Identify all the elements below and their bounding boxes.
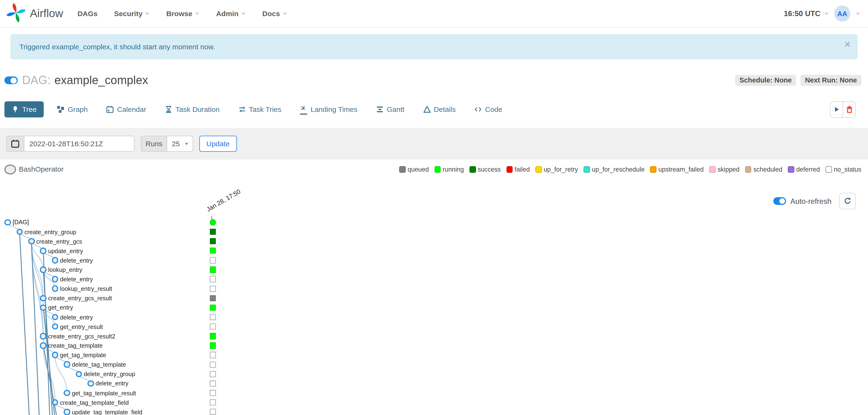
task-status-square-running[interactable]: [210, 343, 216, 349]
task-node-circle[interactable]: [52, 352, 58, 358]
task-status-square-running[interactable]: [210, 333, 216, 339]
legend-label: success: [478, 166, 501, 173]
task-node-circle[interactable]: [64, 390, 70, 396]
task-node-circle[interactable]: [40, 333, 46, 339]
update-button[interactable]: Update: [199, 136, 237, 152]
legend-swatch-icon: [584, 166, 590, 173]
task-node-circle[interactable]: [4, 219, 11, 226]
calendar-icon: [11, 140, 20, 148]
task-node-circle[interactable]: [52, 324, 58, 330]
task-node-circle[interactable]: [52, 257, 58, 264]
tab-label: Task Tries: [249, 105, 281, 114]
task-node-circle[interactable]: [40, 248, 46, 254]
tab-label: Graph: [68, 105, 88, 114]
dag-run-status-circle[interactable]: [210, 219, 216, 226]
autorefresh-label: Auto-refresh: [790, 197, 832, 205]
task-node-circle[interactable]: [52, 314, 58, 320]
task-node-circle[interactable]: [64, 361, 70, 368]
nav-item-admin[interactable]: Admin: [216, 9, 246, 18]
task-status-square-queued[interactable]: [210, 295, 216, 301]
delete-dag-button[interactable]: [843, 102, 856, 117]
task-status-square-no_status[interactable]: [210, 371, 216, 377]
task-status-square-no_status[interactable]: [210, 361, 216, 368]
refresh-button[interactable]: [839, 193, 856, 209]
nav-item-browse[interactable]: Browse: [166, 9, 199, 18]
legend-item-scheduled: scheduled: [745, 166, 782, 173]
nav-item-dags[interactable]: DAGs: [78, 9, 97, 18]
legend-label: running: [443, 166, 464, 173]
task-status-square-no_status[interactable]: [210, 390, 216, 396]
airflow-brand[interactable]: Airflow: [5, 2, 63, 25]
legend-swatch-icon: [399, 166, 406, 173]
task-name: delete_entry: [60, 276, 93, 283]
nav-item-docs[interactable]: Docs: [262, 9, 287, 18]
code-icon: [474, 106, 482, 113]
status-badge: Schedule: None: [735, 75, 796, 86]
task-node-circle[interactable]: [64, 409, 70, 415]
task-status-square-no_status[interactable]: [210, 314, 216, 320]
tab-code[interactable]: Code: [469, 101, 508, 118]
task-node-circle[interactable]: [87, 380, 94, 387]
dag-pause-toggle[interactable]: [4, 76, 18, 84]
task-node-circle[interactable]: [17, 229, 23, 235]
task-status-square-success[interactable]: [210, 229, 216, 235]
task-status-square-no_status[interactable]: [210, 257, 216, 264]
dag-action-buttons: [830, 101, 856, 118]
task-status-square-no_status[interactable]: [210, 286, 216, 292]
tab-label: Details: [434, 105, 456, 114]
tab-gantt[interactable]: Gantt: [371, 101, 410, 118]
legend-label: queued: [408, 166, 429, 173]
tab-task-duration[interactable]: Task Duration: [159, 101, 225, 118]
trigger-dag-button[interactable]: [830, 102, 842, 117]
num-runs-select[interactable]: 25: [167, 136, 193, 152]
date-addon[interactable]: [6, 136, 24, 152]
task-node-circle[interactable]: [28, 238, 35, 245]
legend-item-queued: queued: [399, 166, 429, 173]
task-node-circle[interactable]: [75, 371, 82, 377]
task-name: create_tag_template_field: [60, 399, 129, 406]
close-icon[interactable]: ×: [844, 39, 850, 49]
chevron-down-icon[interactable]: [856, 12, 861, 15]
legend-item-running: running: [434, 166, 464, 173]
details-icon: [423, 106, 430, 113]
task-node-circle[interactable]: [40, 304, 46, 311]
chevron-down-icon: [185, 143, 188, 145]
tab-details[interactable]: Details: [417, 101, 461, 118]
avatar[interactable]: AA: [834, 5, 850, 22]
tab-landing-times[interactable]: ✈Landing Times: [295, 100, 363, 119]
task-status-square-success[interactable]: [210, 238, 216, 245]
nav-item-security[interactable]: Security: [114, 9, 150, 18]
gantt-icon: [376, 106, 383, 113]
task-status-square-running[interactable]: [210, 304, 216, 311]
task-status-square-no_status[interactable]: [210, 409, 216, 415]
task-status-square-no_status[interactable]: [210, 352, 216, 358]
task-node-circle[interactable]: [52, 276, 58, 283]
task-status-square-no_status[interactable]: [210, 276, 216, 283]
task-status-square-running[interactable]: [210, 267, 216, 273]
task-status-square-no_status[interactable]: [210, 380, 216, 387]
autorefresh-toggle[interactable]: [773, 197, 786, 205]
task-node-circle[interactable]: [52, 286, 58, 292]
airflow-logo-icon: [5, 2, 27, 25]
task-node-circle[interactable]: [40, 343, 46, 349]
legend-label: scheduled: [753, 166, 782, 173]
tab-task-tries[interactable]: Task Tries: [233, 101, 287, 118]
legend-swatch-icon: [535, 166, 542, 173]
task-node-circle[interactable]: [52, 399, 58, 406]
base-date-input[interactable]: [24, 136, 134, 152]
tree-row: get_entry_result: [52, 323, 103, 330]
tree-row: lookup_entry: [40, 266, 82, 273]
task-status-square-running[interactable]: [210, 248, 216, 254]
task-status-square-no_status[interactable]: [210, 399, 216, 406]
legend-swatch-icon: [506, 166, 513, 173]
tab-tree[interactable]: Tree: [4, 101, 44, 118]
repeat-icon: [238, 106, 245, 113]
tab-graph[interactable]: Graph: [52, 101, 93, 118]
clock-menu[interactable]: 16:50 UTC: [784, 9, 829, 18]
task-node-circle[interactable]: [40, 295, 46, 301]
tab-calendar[interactable]: Calendar: [101, 101, 152, 118]
legend-swatch-icon: [709, 166, 716, 173]
task-node-circle[interactable]: [40, 267, 46, 273]
task-name: get_entry_result: [60, 323, 103, 330]
task-status-square-no_status[interactable]: [210, 324, 216, 330]
